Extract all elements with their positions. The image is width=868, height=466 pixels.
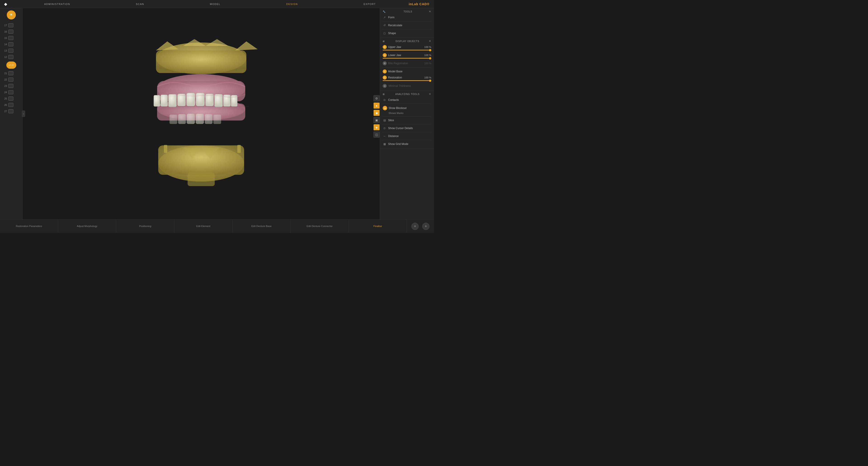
tooth-14[interactable]: 14 — [2, 41, 21, 47]
tools-close-button[interactable]: ✕ — [429, 10, 431, 13]
tab-adjust-morphology[interactable]: Adjust Morphology — [58, 220, 116, 233]
display-objects-icon: ⊞ — [383, 40, 385, 42]
upper-jaw-slider[interactable] — [383, 50, 431, 51]
tooth-13-icon — [8, 49, 13, 53]
tooth-14-icon — [8, 42, 13, 46]
model-base-row: ⊙ Model Base — [380, 68, 434, 74]
svg-rect-30 — [205, 114, 213, 124]
group-badge-17-27[interactable]: 17-27 — [6, 62, 16, 69]
tooth-22[interactable]: 22 — [2, 77, 21, 82]
tool-grid-mode[interactable]: ▦ Show Grid Mode — [380, 141, 434, 147]
tooth-24[interactable]: 24 — [2, 90, 21, 95]
tool-contacts[interactable]: ⊙ Contacts — [380, 97, 434, 103]
brand-label: inLab CAD® — [409, 2, 434, 6]
settings-icon[interactable]: ⚙ — [373, 95, 380, 101]
dental-svg — [138, 37, 265, 191]
restoration-pct: 100 % — [424, 76, 431, 79]
lower-jaw-slider[interactable] — [383, 58, 431, 59]
next-button[interactable]: ＋ — [422, 223, 430, 230]
tab-edit-element[interactable]: Edit Element — [174, 220, 232, 233]
tooth-23[interactable]: 23 — [2, 83, 21, 89]
form-icon: ↗ — [383, 15, 386, 19]
tooth-17-icon — [8, 23, 13, 27]
tab-edit-denture-base-label: Edit Denture Base — [251, 224, 272, 228]
tab-finalise[interactable]: Finalise — [349, 220, 407, 233]
tool-cursor-details[interactable]: ⊙ Show Cursor Details — [380, 125, 434, 131]
bite-reg-label: ⊙ Bite Registration 100 % — [383, 61, 431, 65]
restoration-text: Restoration — [388, 76, 402, 79]
tooth-15-icon — [8, 36, 13, 40]
nav-administration[interactable]: ADMINISTRATION — [37, 3, 77, 5]
svg-rect-27 — [187, 114, 195, 124]
lower-jaw-label: ⊙ Lower Jaw 100 % — [383, 53, 431, 57]
restoration-slider[interactable] — [383, 80, 431, 81]
orange-tool-icon[interactable]: ◈ — [373, 124, 380, 130]
tooth-12-icon — [8, 55, 13, 59]
view-mode-icon[interactable]: ◫ — [373, 131, 380, 138]
orange-view-icon[interactable]: ● — [373, 102, 380, 109]
upper-jaw-icon[interactable]: ⊙ — [383, 45, 387, 49]
tool-shape[interactable]: ◻ Shape — [380, 30, 434, 36]
tooth-21[interactable]: 21 — [2, 70, 21, 76]
tooth-13[interactable]: 13 — [2, 48, 21, 53]
divider — [383, 104, 431, 104]
svg-rect-11 — [196, 93, 205, 106]
analyzing-tools-section: ⊞ ANALYZING TOOLS ✕ ⊙ Contacts ⊕ Show Bl… — [380, 91, 434, 149]
tooth-17[interactable]: 17 — [2, 23, 21, 28]
bite-reg-text: Bite Registration — [388, 62, 408, 65]
tooth-26[interactable]: 26 — [2, 102, 21, 107]
nav-design[interactable]: DESIGN — [279, 3, 305, 5]
shows-marks-row[interactable]: Shows Marks — [380, 111, 434, 115]
sidebar-collapse-button[interactable]: ‹ — [22, 111, 25, 117]
tool-cursor-details-label: Show Cursor Details — [388, 127, 413, 130]
minimal-thickness-row: ⊙ Minimal Thickness — [380, 83, 434, 89]
model-base-icon[interactable]: ⊙ — [383, 69, 387, 73]
nav-scan[interactable]: SCAN — [129, 3, 151, 5]
main-viewport[interactable] — [23, 8, 380, 219]
tool-slice[interactable]: ▤ Slice — [380, 117, 434, 123]
tool-form[interactable]: ↗ Form — [380, 14, 434, 20]
tooth-26-icon — [8, 103, 13, 107]
nav-model[interactable]: MODEL — [203, 3, 227, 5]
lower-jaw-pct: 100 % — [424, 54, 431, 57]
cursor-details-icon: ⊙ — [383, 126, 386, 130]
app-logo: ◆ — [0, 2, 11, 6]
svg-rect-18 — [154, 95, 160, 106]
tool-slice-label: Slice — [388, 119, 394, 122]
restoration-icon[interactable]: ⊙ — [383, 75, 387, 80]
model-base-label: ⊙ Model Base — [383, 69, 431, 73]
shape-icon: ◻ — [383, 31, 386, 35]
svg-rect-10 — [186, 93, 195, 106]
tooth-16[interactable]: 16 — [2, 29, 21, 34]
display-objects-close-button[interactable]: ✕ — [429, 39, 431, 43]
tab-edit-denture-connector[interactable]: Edit Denture Connector — [291, 220, 349, 233]
display-objects-header: ⊞ DISPLAY OBJECTS ✕ — [380, 38, 434, 44]
tooth-25[interactable]: 25 — [2, 96, 21, 101]
tab-edit-denture-base[interactable]: Edit Denture Base — [232, 220, 291, 233]
analyzing-tools-icon: ⊞ — [383, 93, 385, 95]
tooth-22-icon — [8, 77, 13, 82]
tooth-27[interactable]: 27 — [2, 108, 21, 114]
tool-distance[interactable]: ↔ Distance — [380, 133, 434, 139]
svg-marker-4 — [183, 39, 206, 46]
tooth-12[interactable]: 12 — [2, 54, 21, 60]
upper-jaw-row: ⊙ Upper Jaw 100 % — [380, 44, 434, 52]
tool-recalculate[interactable]: ↺ Recalculate — [380, 22, 434, 28]
left-sidebar: 👁 17 16 15 14 13 12 17-27 21 22 23 24 — [0, 8, 23, 219]
divider — [383, 116, 431, 117]
tool-show-blockout[interactable]: ⊕ Show Blockout — [380, 105, 434, 111]
top-view-icon[interactable]: 👁 — [7, 10, 16, 20]
analyzing-tools-close-button[interactable]: ✕ — [429, 92, 431, 96]
upper-jaw-name: ⊙ Upper Jaw — [383, 45, 401, 49]
lower-jaw-icon[interactable]: ⊙ — [383, 53, 387, 57]
tooth-15[interactable]: 15 — [2, 35, 21, 41]
orange-display-icon[interactable]: ◉ — [373, 110, 380, 116]
restoration-label: ⊙ Restoration 100 % — [383, 75, 431, 80]
prev-button[interactable]: ＋ — [411, 223, 418, 230]
tab-positioning[interactable]: Positioning — [116, 220, 174, 233]
nav-export[interactable]: EXPORT — [357, 3, 383, 5]
panel-icon[interactable]: ▣ — [373, 117, 380, 123]
tab-edit-element-label: Edit Element — [196, 224, 210, 228]
tab-edit-denture-connector-label: Edit Denture Connector — [307, 224, 333, 228]
tab-restoration-parameters[interactable]: Restoration Parameters — [0, 220, 58, 233]
